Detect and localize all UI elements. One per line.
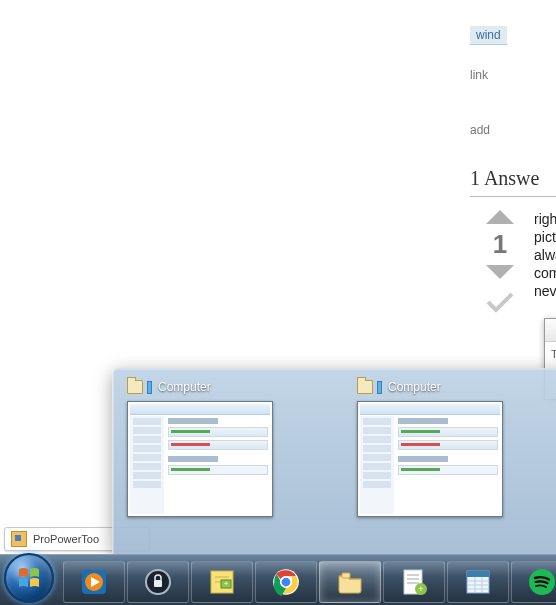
tag-windows[interactable]: wind [470, 26, 507, 45]
svg-text:+: + [224, 579, 229, 588]
partial-window-content: T [545, 342, 556, 366]
partial-window-titlebar [545, 319, 556, 342]
preview-thumbnail[interactable] [357, 401, 503, 517]
preview-title: Computer [158, 380, 211, 394]
answer-body: righ pictu alwa com neve [534, 210, 556, 300]
answer-line: righ [534, 210, 556, 228]
svg-rect-6 [154, 580, 162, 587]
app-icon [11, 531, 27, 547]
upvote-icon[interactable] [482, 207, 518, 227]
add-comment-link[interactable]: add [470, 123, 490, 137]
answer-line: neve [534, 282, 556, 300]
answer-line: alwa [534, 246, 556, 264]
taskbar-item-media-player[interactable] [63, 561, 125, 603]
answers-heading: 1 Answe [470, 167, 556, 197]
svg-marker-1 [486, 265, 514, 279]
vote-controls: 1 [480, 207, 520, 316]
svg-text:+: + [418, 584, 423, 594]
share-link[interactable]: link [470, 68, 488, 82]
preview-title: Computer [388, 380, 441, 394]
answer-line: pictu [534, 228, 556, 246]
notepad-plus-icon: + [399, 567, 429, 597]
svg-marker-0 [486, 210, 514, 224]
taskbar-item-secure-app[interactable] [127, 561, 189, 603]
taskbar-item-spotify[interactable] [511, 561, 556, 603]
preview-window[interactable]: Computer [127, 379, 287, 545]
taskbar-preview-popup: Computer Computer [112, 368, 556, 555]
secure-app-icon [143, 567, 173, 597]
taskbar: + + [0, 554, 556, 605]
preview-window[interactable]: Computer [357, 379, 517, 545]
accept-icon[interactable] [482, 288, 518, 316]
windows-logo-icon [16, 565, 42, 591]
vote-score: 1 [480, 229, 520, 260]
media-player-icon [79, 567, 109, 597]
svg-rect-23 [467, 571, 489, 577]
svg-rect-15 [342, 573, 350, 578]
start-button[interactable] [0, 555, 58, 605]
monitor-icon [147, 381, 152, 394]
folder-icon [127, 380, 143, 394]
spreadsheet-app-icon [463, 567, 493, 597]
taskbar-item-notepad-plus[interactable]: + [383, 561, 445, 603]
taskbar-item-sticky-notes[interactable]: + [191, 561, 253, 603]
taskbar-items: + + [62, 557, 556, 605]
preview-thumbnail[interactable] [127, 401, 273, 517]
folder-icon [357, 380, 373, 394]
status-label: ProPowerToo [33, 533, 99, 545]
taskbar-item-explorer[interactable] [319, 561, 381, 603]
downvote-icon[interactable] [482, 262, 518, 282]
chrome-icon [272, 568, 300, 596]
sticky-notes-icon: + [207, 567, 237, 597]
taskbar-item-chrome[interactable] [255, 561, 317, 603]
answer-line: com [534, 264, 556, 282]
spotify-icon [527, 567, 556, 597]
taskbar-item-spreadsheet[interactable] [447, 561, 509, 603]
monitor-icon [377, 381, 382, 394]
file-explorer-icon [335, 567, 365, 597]
